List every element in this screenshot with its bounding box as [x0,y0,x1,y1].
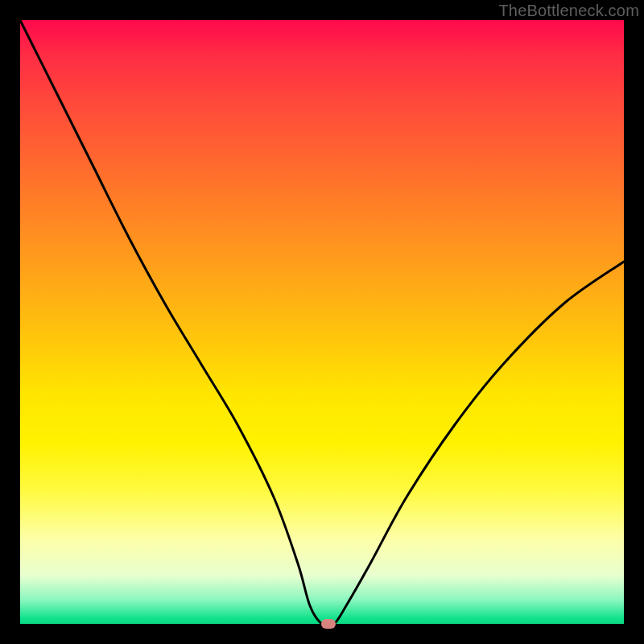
plot-area [20,20,624,624]
optimum-marker [321,619,336,629]
watermark-text: TheBottleneck.com [498,2,639,20]
bottleneck-curve [20,20,624,624]
chart-frame: TheBottleneck.com [0,0,644,644]
